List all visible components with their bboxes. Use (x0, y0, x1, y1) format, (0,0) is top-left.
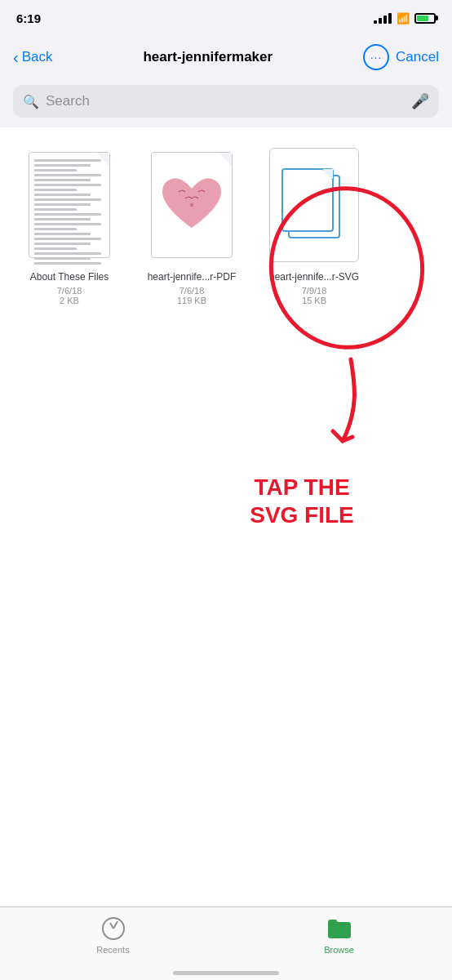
signal-bar-4 (388, 13, 392, 24)
cancel-button[interactable]: Cancel (396, 49, 439, 65)
status-time: 6:19 (16, 11, 41, 25)
ellipsis-icon: ··· (370, 51, 383, 64)
tab-browse[interactable]: Browse (226, 915, 452, 955)
file-name-text: About These Files (30, 271, 109, 284)
chevron-left-icon: ‹ (13, 48, 19, 67)
signal-bar-2 (379, 18, 382, 24)
file-thumbnail-text (20, 144, 118, 266)
back-label[interactable]: Back (22, 49, 53, 65)
tab-bar: Recents Browse (0, 906, 452, 980)
search-icon: 🔍 (23, 94, 39, 109)
battery-fill (417, 16, 428, 21)
nav-bar: ‹ Back heart-jennifermaker ··· Cancel (0, 36, 452, 78)
status-bar: 6:19 📶 (0, 0, 452, 36)
file-size-pdf: 119 KB (177, 296, 206, 305)
signal-icon (374, 13, 392, 24)
search-bar-container: 🔍 Search 🎤 (0, 78, 452, 127)
svg-file-preview (269, 148, 359, 262)
status-icons: 📶 (374, 12, 436, 24)
dog-ear-decoration (219, 153, 232, 166)
svg-page-front (281, 168, 334, 232)
annotation-arrow-svg (310, 351, 367, 466)
tap-label-line1: TAP THE (254, 474, 349, 500)
clock-icon (102, 917, 125, 940)
file-item-text[interactable]: About These Files 7/6/18 2 KB (16, 144, 122, 305)
file-date-text: 7/6/18 (57, 286, 82, 296)
heart-file-preview (151, 152, 233, 258)
heart-decoration-svg (159, 172, 224, 238)
file-item-pdf[interactable]: heart-jennife...r-PDF 7/6/18 119 KB (139, 144, 245, 305)
battery-icon (414, 13, 436, 24)
files-grid: About These Files 7/6/18 2 KB heart-jenn… (16, 144, 436, 305)
svg-pages-icon (281, 168, 347, 242)
recents-icon (100, 915, 126, 942)
file-date-svg: 7/9/18 (302, 286, 327, 296)
svg-point-0 (190, 203, 194, 207)
dog-ear-svg (321, 169, 333, 180)
tap-label-line2: SVG FILE (250, 502, 354, 528)
tab-recents[interactable]: Recents (0, 915, 226, 955)
signal-bar-3 (383, 16, 387, 24)
file-item-svg[interactable]: heart-jennife...r-SVG 7/9/18 15 KB (261, 144, 367, 305)
browse-icon (326, 915, 352, 942)
signal-bar-1 (374, 20, 377, 24)
clock-hand-minute (113, 921, 118, 929)
file-size-text: 2 KB (60, 296, 79, 305)
file-date-pdf: 7/6/18 (179, 286, 205, 296)
file-name-pdf: heart-jennife...r-PDF (148, 271, 237, 284)
more-button[interactable]: ··· (363, 44, 389, 70)
folder-icon-svg (326, 917, 352, 940)
file-thumbnail-pdf (143, 144, 241, 266)
file-name-svg: heart-jennife...r-SVG (269, 271, 359, 284)
home-indicator (173, 971, 279, 975)
search-input[interactable]: Search (46, 93, 405, 109)
tab-recents-label: Recents (96, 945, 129, 955)
file-size-svg: 15 KB (302, 296, 326, 305)
file-thumbnail-svg (265, 144, 363, 266)
tab-browse-label: Browse (324, 945, 354, 955)
microphone-icon[interactable]: 🎤 (411, 92, 429, 110)
search-bar[interactable]: 🔍 Search 🎤 (13, 85, 439, 118)
nav-title: heart-jennifermaker (59, 49, 357, 65)
text-file-preview (29, 152, 110, 258)
back-button[interactable]: ‹ Back (13, 48, 52, 67)
tap-label: TAP THE SVG FILE (212, 474, 392, 528)
wifi-icon: 📶 (397, 12, 410, 24)
files-area: About These Files 7/6/18 2 KB heart-jenn… (0, 127, 452, 314)
